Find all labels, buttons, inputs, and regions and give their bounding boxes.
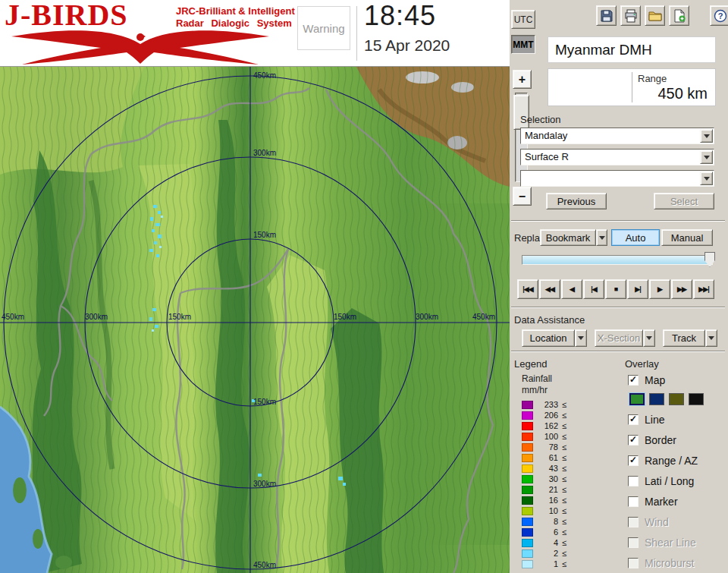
- check-icon: ✓: [629, 455, 637, 464]
- map-style-swatch-black[interactable]: [689, 393, 704, 405]
- product-combo-value: Surface R: [525, 151, 569, 162]
- warning-label: Warning: [303, 22, 344, 35]
- xsection-dropdown-button[interactable]: [643, 329, 655, 347]
- legend-value: 16: [535, 496, 558, 505]
- data-assistance-label: Data Assistance: [514, 314, 585, 326]
- legend-color-swatch: [522, 475, 533, 483]
- header-left: J-BIRDS JRC-Brilliant & Intelligent Rada…: [0, 0, 510, 67]
- help-icon: ?: [714, 9, 727, 23]
- legend-color-swatch: [522, 422, 533, 430]
- legend-leq: ≤: [562, 538, 566, 547]
- media-skip-to-start-button[interactable]: |◀◀: [517, 279, 538, 299]
- utc-button[interactable]: UTC: [511, 10, 535, 29]
- legend-color-swatch: [522, 401, 533, 409]
- shear-line-checkbox[interactable]: [628, 537, 639, 548]
- media-stop-button[interactable]: ■: [605, 279, 626, 299]
- select-button[interactable]: Select: [654, 193, 714, 209]
- svg-text:450km: 450km: [2, 313, 24, 321]
- range-az-checkbox[interactable]: ✓: [628, 455, 639, 466]
- legend-color-swatch: [522, 539, 533, 547]
- media-step-backward-button[interactable]: |◀: [583, 279, 604, 299]
- map-checkbox[interactable]: ✓: [628, 375, 639, 386]
- legend-color-swatch: [522, 433, 533, 441]
- map-style-swatch-green[interactable]: [629, 393, 645, 405]
- marker-checkbox[interactable]: [628, 496, 639, 507]
- location-button[interactable]: Location: [522, 329, 575, 347]
- legend-row: 206≤: [522, 411, 613, 420]
- map-style-swatch-olive[interactable]: [669, 393, 684, 405]
- site-combo[interactable]: Mandalay: [520, 128, 714, 144]
- legend-row: 10≤: [522, 507, 613, 516]
- chevron-down-icon: [578, 336, 584, 340]
- legend-value: 206: [535, 411, 558, 420]
- media-skip-to-end-button[interactable]: ▶▶|: [693, 279, 714, 299]
- replay-slider-thumb[interactable]: [704, 252, 715, 267]
- border-checkbox[interactable]: ✓: [628, 435, 639, 445]
- legend-leq: ≤: [562, 453, 566, 462]
- media-play-backward-button[interactable]: ◀: [561, 279, 582, 299]
- radar-map[interactable]: 450km 300km 150km 150km 300km 450km 450k…: [0, 67, 510, 573]
- legend-value: 100: [535, 432, 558, 441]
- chevron-down-icon: [646, 336, 652, 340]
- previous-button[interactable]: Previous: [546, 193, 607, 209]
- legend-leq: ≤: [562, 549, 566, 558]
- legend-row: 61≤: [522, 454, 613, 463]
- folder-button[interactable]: [645, 5, 665, 26]
- svg-text:450km: 450km: [253, 561, 276, 569]
- line-checkbox[interactable]: ✓: [628, 414, 639, 425]
- product-combo-arrow-button[interactable]: [700, 150, 713, 164]
- wind-checkbox[interactable]: [628, 517, 639, 527]
- extra-combo-arrow-button[interactable]: [700, 172, 713, 185]
- lati-long-checkbox[interactable]: [628, 476, 639, 486]
- overlay-item-label: Lati / Long: [645, 475, 694, 487]
- legend-row: 100≤: [522, 433, 613, 442]
- media-play-button[interactable]: ▶: [649, 279, 670, 299]
- overlay-item-label: Line: [645, 414, 664, 426]
- xsection-button[interactable]: X-Section: [595, 329, 643, 347]
- replay-slider[interactable]: [522, 255, 713, 265]
- bookmark-dropdown-button[interactable]: [596, 229, 607, 246]
- legend-row: 4≤: [522, 539, 613, 548]
- legend-color-swatch: [522, 454, 533, 462]
- range-box: Range 450 km: [548, 68, 716, 106]
- legend-row: 1≤: [522, 560, 613, 569]
- warning-button[interactable]: Warning: [297, 6, 350, 50]
- export-button[interactable]: [669, 5, 689, 26]
- track-button[interactable]: Track: [663, 329, 705, 347]
- media-fast-forward-button[interactable]: ▶▶: [671, 279, 692, 299]
- location-dropdown-button[interactable]: [575, 329, 587, 347]
- legend-unit-2: mm/hr: [522, 385, 548, 395]
- save-button[interactable]: [596, 5, 617, 26]
- radar-map-canvas: 450km 300km 150km 150km 300km 450km 450k…: [0, 67, 510, 573]
- legend-value: 233: [535, 400, 558, 409]
- map-style-swatch-navy[interactable]: [649, 393, 664, 405]
- legend-leq: ≤: [562, 506, 566, 515]
- chevron-down-icon: [599, 236, 605, 240]
- timezone-toggle: UTC MMT: [511, 10, 535, 54]
- range-label: Range: [638, 73, 667, 84]
- legend-leq: ≤: [562, 400, 566, 409]
- microburst-checkbox[interactable]: [628, 558, 639, 568]
- print-button[interactable]: [620, 5, 641, 26]
- manual-button[interactable]: Manual: [661, 229, 713, 246]
- zoom-in-button[interactable]: +: [513, 70, 532, 89]
- media-step-forward-button[interactable]: ▶|: [627, 279, 648, 299]
- svg-text:450km: 450km: [472, 313, 495, 321]
- track-dropdown-button[interactable]: [705, 329, 717, 347]
- legend-leq: ≤: [562, 559, 566, 568]
- help-button[interactable]: ?: [710, 5, 728, 26]
- zoom-out-button[interactable]: −: [513, 187, 532, 206]
- media-fast-rewind-button[interactable]: ◀◀: [539, 279, 560, 299]
- legend-value: 61: [535, 453, 558, 462]
- product-combo[interactable]: Surface R: [520, 149, 714, 165]
- svg-text:150km: 150km: [168, 313, 191, 321]
- site-combo-arrow-button[interactable]: [700, 129, 713, 143]
- legend-leq: ≤: [562, 411, 566, 420]
- extra-combo[interactable]: [520, 170, 714, 187]
- legend-leq: ≤: [562, 527, 566, 537]
- jbirds-app-window: J-BIRDS JRC-Brilliant & Intelligent Rada…: [0, 0, 728, 573]
- mmt-button[interactable]: MMT: [511, 35, 535, 54]
- auto-button[interactable]: Auto: [611, 229, 660, 246]
- bookmark-button[interactable]: Bookmark: [540, 229, 596, 246]
- check-icon: ✓: [629, 435, 637, 444]
